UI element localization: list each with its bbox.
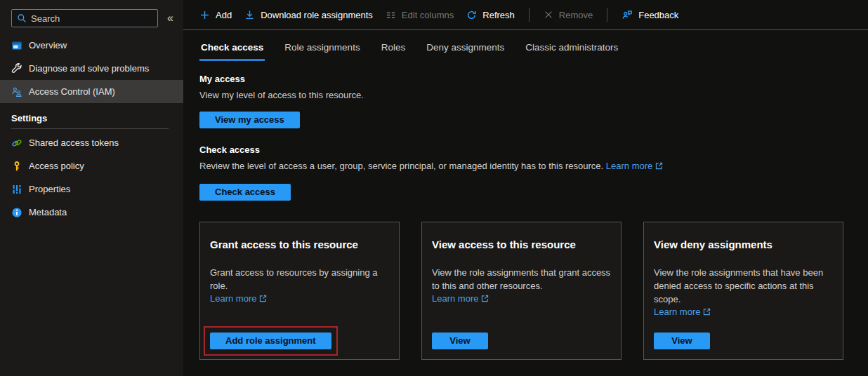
- settings-divider: [11, 128, 169, 129]
- search-icon: [17, 13, 27, 23]
- sidebar-item-label: Properties: [29, 184, 70, 194]
- grant-access-learn-more-link[interactable]: Learn more: [210, 293, 256, 304]
- check-access-title: Check access: [199, 145, 868, 155]
- add-button[interactable]: Add: [199, 10, 232, 20]
- sidebar-item-label: Access policy: [29, 161, 84, 171]
- check-access-section: Check access Review the level of access …: [199, 145, 868, 201]
- view-deny-assignments-card: View deny assignments View the role assi…: [643, 222, 843, 360]
- sidebar-item-overview[interactable]: Overview: [0, 34, 183, 57]
- feedback-icon: [622, 9, 633, 20]
- sidebar-search-row: «: [0, 9, 183, 27]
- annotation-highlight: Add role assignment: [204, 326, 338, 356]
- add-role-assignment-button[interactable]: Add role assignment: [210, 333, 331, 349]
- command-bar: Add Download role assignments Edit colum…: [183, 0, 868, 30]
- plus-icon: [199, 10, 210, 20]
- card-title: View access to this resource: [432, 239, 611, 250]
- download-role-assignments-button[interactable]: Download role assignments: [244, 10, 373, 20]
- sidebar-item-label: Shared access tokens: [29, 137, 119, 148]
- sidebar-item-label: Diagnose and solve problems: [29, 63, 149, 74]
- x-icon: [544, 10, 553, 20]
- remove-label: Remove: [559, 10, 593, 20]
- tab-classic-administrators[interactable]: Classic administrators: [524, 42, 619, 61]
- sidebar-item-label: Overview: [29, 40, 67, 51]
- my-access-section: My access View my level of access to thi…: [199, 74, 868, 128]
- toolbar-separator: [529, 8, 530, 22]
- deny-assignments-learn-more-link[interactable]: Learn more: [654, 307, 700, 317]
- settings-section-header: Settings: [0, 103, 183, 128]
- search-input[interactable]: [31, 13, 152, 24]
- edit-columns-button: Edit columns: [386, 10, 454, 20]
- chain-links-icon: [11, 137, 22, 149]
- add-label: Add: [216, 10, 232, 20]
- overview-icon: [11, 40, 22, 51]
- info-icon: [11, 207, 22, 218]
- collapse-sidebar-icon[interactable]: «: [167, 12, 173, 25]
- sidebar-nav-top: Overview Diagnose and solve problems: [0, 34, 183, 103]
- tab-role-assignments[interactable]: Role assignments: [283, 42, 361, 61]
- view-my-access-button[interactable]: View my access: [199, 112, 300, 128]
- refresh-icon: [466, 10, 477, 20]
- wrench-icon: [11, 63, 22, 74]
- sidebar-search-box[interactable]: [11, 9, 158, 27]
- columns-icon: [386, 10, 396, 20]
- deny-assignments-view-button[interactable]: View: [654, 333, 710, 349]
- sidebar-item-label: Access Control (IAM): [29, 86, 115, 97]
- check-access-description-text: Review the level of access a user, group…: [199, 161, 603, 171]
- card-learn-more: Learn more: [654, 307, 833, 318]
- sidebar-nav-settings: Shared access tokens Access policy: [0, 131, 183, 224]
- external-link-icon: [258, 294, 268, 305]
- card-learn-more: Learn more: [432, 293, 611, 305]
- check-access-description: Review the level of access a user, group…: [199, 161, 868, 173]
- sliders-icon: [11, 184, 22, 195]
- remove-button: Remove: [544, 10, 593, 20]
- refresh-label: Refresh: [482, 10, 515, 20]
- sidebar-item-diagnose[interactable]: Diagnose and solve problems: [0, 57, 183, 80]
- card-title: Grant access to this resource: [210, 239, 389, 250]
- tab-roles[interactable]: Roles: [380, 42, 407, 61]
- edit-columns-label: Edit columns: [402, 10, 454, 20]
- card-description: View the role assignments that grant acc…: [432, 266, 611, 293]
- download-label: Download role assignments: [261, 10, 373, 20]
- card-learn-more: Learn more: [210, 293, 389, 305]
- sidebar-item-label: Metadata: [29, 207, 67, 217]
- external-link-icon: [702, 307, 711, 318]
- download-icon: [244, 10, 255, 20]
- external-link-icon: [480, 294, 489, 305]
- resource-sidebar: « Overview Diagnose: [0, 0, 183, 376]
- azure-portal-iam-page: « Overview Diagnose: [0, 0, 868, 376]
- view-access-card: View access to this resource View the ro…: [421, 222, 622, 360]
- feedback-label: Feedback: [638, 10, 678, 20]
- check-access-learn-more-link[interactable]: Learn more: [606, 161, 652, 171]
- refresh-button[interactable]: Refresh: [466, 10, 515, 20]
- key-icon: [11, 161, 22, 172]
- main-pane: Add Download role assignments Edit colum…: [183, 0, 868, 376]
- sidebar-item-access-control-iam[interactable]: Access Control (IAM): [0, 80, 183, 103]
- view-access-view-button[interactable]: View: [432, 333, 488, 349]
- my-access-title: My access: [199, 74, 868, 84]
- sidebar-item-shared-access-tokens[interactable]: Shared access tokens: [0, 131, 183, 154]
- iam-content: Check access Role assignments Roles Deny…: [183, 30, 868, 360]
- view-access-learn-more-link[interactable]: Learn more: [432, 293, 478, 304]
- card-description: Grant access to resources by assigning a…: [210, 266, 389, 293]
- sidebar-item-metadata[interactable]: Metadata: [0, 201, 183, 224]
- check-access-button[interactable]: Check access: [199, 184, 291, 201]
- sidebar-item-properties[interactable]: Properties: [0, 177, 183, 201]
- my-access-description: View my level of access to this resource…: [199, 90, 868, 101]
- external-link-icon: [655, 161, 664, 173]
- access-cards: Grant access to this resource Grant acce…: [199, 222, 868, 360]
- tab-deny-assignments[interactable]: Deny assignments: [425, 42, 506, 61]
- feedback-button[interactable]: Feedback: [622, 9, 678, 20]
- card-description: View the role assignments that have been…: [654, 266, 833, 306]
- tab-check-access[interactable]: Check access: [199, 42, 265, 61]
- sidebar-item-access-policy[interactable]: Access policy: [0, 154, 183, 177]
- card-title: View deny assignments: [654, 239, 833, 250]
- iam-tabs: Check access Role assignments Roles Deny…: [199, 42, 868, 61]
- grant-access-card: Grant access to this resource Grant acce…: [199, 222, 400, 360]
- people-icon: [11, 86, 22, 98]
- toolbar-separator: [607, 8, 607, 22]
